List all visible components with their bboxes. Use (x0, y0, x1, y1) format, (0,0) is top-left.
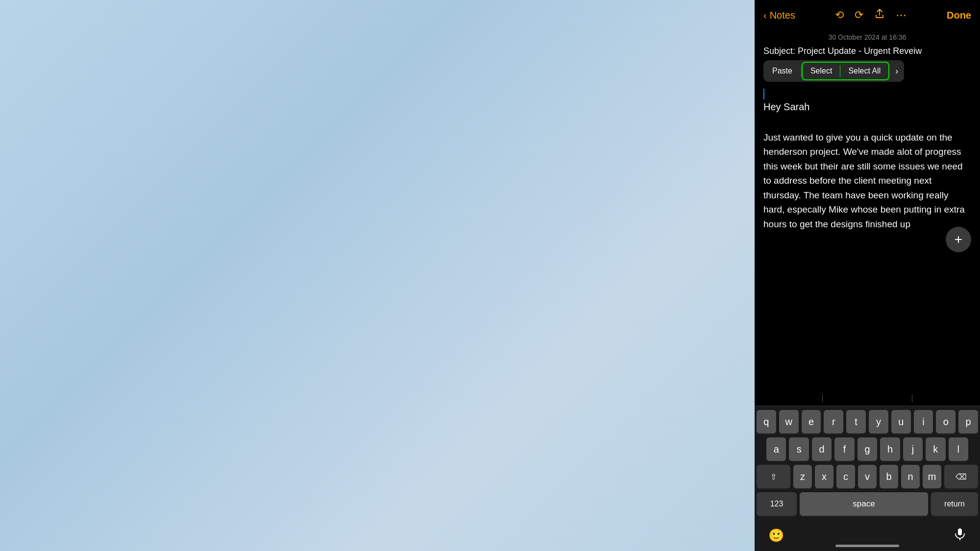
divider-left (822, 394, 823, 402)
select-select-all-group: Select Select All (802, 62, 889, 80)
key-c[interactable]: c (836, 465, 855, 488)
key-o[interactable]: o (936, 410, 956, 433)
key-u[interactable]: u (891, 410, 911, 433)
paste-menu-item[interactable]: Paste (763, 62, 801, 80)
note-greeting: Hey Sarah (763, 101, 971, 113)
key-d[interactable]: d (812, 437, 832, 461)
context-menu-wrapper: Paste Select Select All › (763, 60, 971, 84)
done-button-wrapper[interactable]: Done (947, 10, 971, 21)
key-i[interactable]: i (914, 410, 933, 433)
key-h[interactable]: h (880, 437, 900, 461)
key-s[interactable]: s (789, 437, 808, 461)
keyboard-row-1: q w e r t y u i o p (757, 410, 978, 433)
divider-right (912, 394, 912, 402)
select-all-menu-item[interactable]: Select All (840, 63, 888, 79)
add-fab-button[interactable]: + (946, 227, 971, 252)
note-subject: Subject: Project Update - Urgent Reveiw (763, 46, 971, 56)
phone-frame: ‹ Notes ⟲ ⟳ ⋯ Done 30 October 2024 at 16… (755, 0, 980, 551)
keyboard-row-2: a s d f g h j k l (757, 437, 978, 461)
home-indicator (835, 545, 899, 547)
shift-key[interactable]: ⇧ (757, 465, 790, 488)
key-j[interactable]: j (903, 437, 923, 461)
done-button[interactable]: Done (947, 10, 971, 21)
key-p[interactable]: p (958, 410, 978, 433)
key-q[interactable]: q (757, 410, 776, 433)
num-key[interactable]: 123 (757, 492, 797, 516)
key-w[interactable]: w (779, 410, 799, 433)
return-key[interactable]: return (931, 492, 978, 516)
undo-icon[interactable]: ⟲ (835, 9, 844, 22)
key-x[interactable]: x (815, 465, 833, 488)
backspace-key[interactable]: ⌫ (944, 465, 978, 488)
back-chevron-icon: ‹ (763, 10, 767, 21)
note-content[interactable]: 30 October 2024 at 16:36 Subject: Projec… (755, 30, 980, 394)
key-a[interactable]: a (766, 437, 786, 461)
key-v[interactable]: v (858, 465, 877, 488)
notes-back-label[interactable]: Notes (770, 10, 795, 21)
keyboard-row-bottom: 123 space return (757, 492, 978, 516)
key-m[interactable]: m (923, 465, 941, 488)
key-y[interactable]: y (869, 410, 888, 433)
note-date: 30 October 2024 at 16:36 (763, 30, 971, 46)
more-icon[interactable]: ⋯ (896, 9, 906, 22)
key-e[interactable]: e (802, 410, 821, 433)
note-body: Just wanted to give you a quick update o… (763, 130, 971, 231)
key-t[interactable]: t (846, 410, 866, 433)
keyboard-row-3: ⇧ z x c v b n m ⌫ (757, 465, 978, 488)
redo-icon[interactable]: ⟳ (855, 9, 863, 22)
key-b[interactable]: b (880, 465, 898, 488)
nav-bar: ‹ Notes ⟲ ⟳ ⋯ Done (755, 0, 980, 30)
select-menu-item[interactable]: Select (803, 63, 840, 79)
context-menu: Paste Select Select All › (763, 60, 904, 82)
key-k[interactable]: k (926, 437, 945, 461)
key-f[interactable]: f (834, 437, 854, 461)
keyboard: q w e r t y u i o p a s d f g h j k l ⇧ (755, 406, 980, 551)
svg-rect-0 (958, 528, 962, 535)
menu-arrow-icon[interactable]: › (889, 61, 904, 81)
emoji-icon[interactable]: 🙂 (768, 528, 784, 543)
key-l[interactable]: l (949, 437, 968, 461)
key-r[interactable]: r (824, 410, 843, 433)
key-z[interactable]: z (793, 465, 812, 488)
space-key[interactable]: space (800, 492, 928, 516)
back-button[interactable]: ‹ Notes (763, 10, 795, 21)
cursor-indicator (763, 89, 971, 99)
nav-center-icons: ⟲ ⟳ ⋯ (835, 8, 906, 22)
share-icon[interactable] (874, 8, 885, 22)
mic-icon[interactable] (954, 527, 966, 544)
key-g[interactable]: g (858, 437, 877, 461)
key-n[interactable]: n (901, 465, 920, 488)
textarea-dividers (755, 394, 980, 406)
